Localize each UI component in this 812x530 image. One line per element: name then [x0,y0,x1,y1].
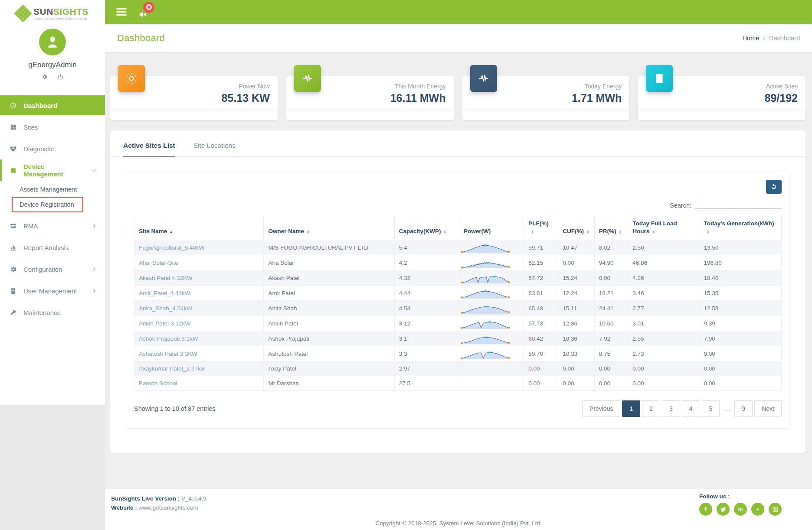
user-block: gEnergyAdmin [0,24,105,86]
pagination-page-3[interactable]: 3 [662,400,680,417]
logout-power-icon[interactable] [57,74,64,80]
column-header-plf[interactable]: PLF(%)▲▼ [524,216,558,240]
sidebar-item-configuration[interactable]: Configuration [0,258,105,280]
pulse-icon-box [470,65,497,92]
cell-today-full-load-hours: 4.26 [628,270,699,286]
sun-icon-box [118,65,145,92]
site-name-link[interactable]: Aha_Solar-Site [139,260,178,266]
table-row: Akash Patel 4.32KWAkash Patel4.3257.7215… [134,270,782,286]
pagination-page-2[interactable]: 2 [642,400,660,417]
search-input[interactable] [695,200,782,209]
site-name-link[interactable]: Axaykumar Patel_2.97kw [139,365,205,372]
pagination-page-5[interactable]: 5 [702,400,720,417]
column-header-pr[interactable]: PR(%)▲▼ [594,216,628,240]
table-footer: Showing 1 to 10 of 87 entries Previous12… [134,400,782,417]
refresh-row [134,180,782,194]
user-name: gEnergyAdmin [0,61,105,69]
announcement-icon[interactable] [138,3,155,21]
site-name-link[interactable]: Anita_Shah_4.54kW [139,305,192,312]
site-name-link[interactable]: Baroda School [139,380,177,387]
site-name-link[interactable]: Ashok Prajapati 3.1kW [139,335,198,342]
tab-site-locations[interactable]: Site Locations [193,142,236,156]
pagination-page-4[interactable]: 4 [682,400,700,417]
sidebar-item-rma[interactable]: RMA [0,215,105,237]
building-grid-icon-box [646,65,673,92]
social-row: fin [699,503,782,516]
sort-icon: ▲▼ [619,230,622,234]
sidebar-item-dashboard[interactable]: Dashboard [0,95,105,115]
sidebar-item-user-management[interactable]: User Management [0,280,105,302]
sites-grid-icon [10,124,17,131]
pagination-page-9[interactable]: 9 [734,400,753,417]
linkedin-link[interactable]: in [734,503,747,516]
facebook-link[interactable]: f [699,503,712,516]
cell-site-name: Akash Patel 4.32KW [134,270,264,286]
sidebar-item-device-management[interactable]: Device Management [0,159,105,181]
instagram-link[interactable] [769,503,782,516]
column-header-cuf[interactable]: CUF(%)▲▼ [558,216,595,240]
sidebar-item-maintenance[interactable]: Maintenance [0,302,105,323]
cell-cuf: 0.00 [558,255,595,270]
cell-site-name: Axaykumar Patel_2.97kw [134,361,264,376]
cell-site-name: Ankin-Patel-3.12kW [134,316,264,331]
stats-row: Power Now85.13 KWThis Month Energy16.11 … [110,76,805,120]
settings-gear-icon[interactable] [41,74,48,80]
sidebar-item-diagnostic[interactable]: Diagnostic [0,138,105,159]
brand-name-suffix: SIGHTS [53,7,88,16]
pagination-previous-button[interactable]: Previous [582,400,620,417]
refresh-icon [770,183,777,190]
site-name-link[interactable]: Ankin-Patel-3.12kW [139,320,190,327]
sidebar-item-label: Report Analysis [23,244,97,251]
power-sparkline-chart [461,286,510,299]
column-header-site-name[interactable]: Site Name▲ [134,216,264,240]
pagination-page-1[interactable]: 1 [622,400,640,417]
sidebar-subitem-assets-management[interactable]: Assets Management [0,182,105,197]
column-header-owner-name[interactable]: Owner Name▲▼ [264,216,394,240]
pagination-next-button[interactable]: Next [754,400,782,417]
cell-power-sparkline [459,286,524,301]
sidebar-item-report-analysis[interactable]: Report Analysis [0,237,105,258]
cell-todays-generation: 9.39 [699,316,782,331]
table-header-row: Site Name▲Owner Name▲▼Capacity(KWP)▲▼Pow… [134,216,782,240]
cell-owner-name: Anita Shah [264,301,394,316]
column-header-label: CUF(%) [563,228,584,234]
power-sparkline-chart [461,332,510,345]
site-name-link[interactable]: Ashutosh Patel 3.3KW [139,351,197,357]
power-sparkline-chart [461,271,510,284]
cell-pr: 0.00 [594,270,628,286]
sunsights-logo: SUNSIGHTS A Safe, Live and Secure Source… [0,0,105,24]
brand-name-prefix: SUN [33,7,53,16]
cell-capacity: 3.3 [394,346,459,361]
gear-icon [10,266,17,273]
tab-active-sites-list[interactable]: Active Sites List [123,142,175,156]
breadcrumb-home-link[interactable]: Home [742,35,759,42]
cell-cuf: 10.36 [558,331,595,346]
instagram-icon [772,506,779,513]
cell-capacity: 4.54 [394,301,459,316]
table-row: Amit_Patel_4.44kWAmit Patel4.4463.8112.2… [134,286,782,301]
site-name-link[interactable]: FugoAgricultural_5.40kW [139,244,205,251]
twitter-link[interactable] [717,503,730,516]
column-header-capacity-kwp[interactable]: Capacity(KWP)▲▼ [394,216,459,240]
website-value[interactable]: www.getsunsights.com [139,504,198,511]
submenu-device-management: Assets ManagementDevice Registration [0,181,105,215]
cell-capacity: 3.12 [394,316,459,331]
sidebar-item-sites[interactable]: Sites [0,116,105,138]
avatar [39,29,66,55]
cell-plf: 59.70 [524,346,558,361]
sort-icon: ▲▼ [531,230,534,234]
sidebar-subitem-device-registration[interactable]: Device Registration [12,197,83,212]
cell-today-full-load-hours: 0.00 [628,361,699,376]
cell-plf: 60.42 [524,331,558,346]
site-name-link[interactable]: Amit_Patel_4.44kW [139,290,190,296]
refresh-button[interactable] [766,180,782,194]
cell-todays-generation: 13.50 [699,240,782,255]
column-header-today-full-load-hours[interactable]: Today Full Load Hours▲▼ [628,216,699,240]
column-header-today-s-generation-kwh[interactable]: Today's Generation(kWh)▲▼ [699,216,782,240]
hamburger-menu-icon[interactable] [116,7,127,17]
youtube-link[interactable] [751,503,764,516]
site-name-link[interactable]: Akash Patel 4.32KW [139,275,193,281]
main-area: Dashboard Home › Dashboard Power Now85.1… [105,0,812,530]
cell-plf: 57.73 [524,316,558,331]
cell-power-sparkline [459,331,524,346]
